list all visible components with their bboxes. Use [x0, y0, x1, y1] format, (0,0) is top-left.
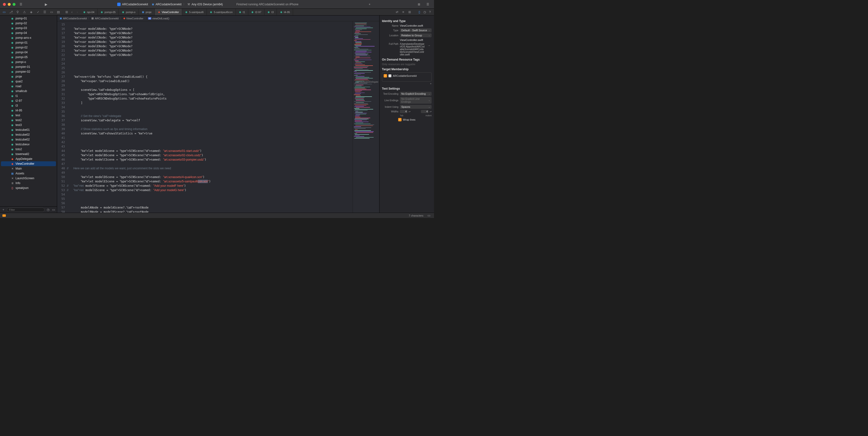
editor-tab[interactable]: ◉5-saintpaul6con: [207, 9, 236, 15]
add-file-button[interactable]: +: [1, 207, 5, 212]
navigator-item[interactable]: ◆AppDelegate: [0, 156, 57, 161]
add-editor-icon[interactable]: ⊞: [407, 9, 412, 15]
breakpoint-navigator-icon[interactable]: ▭: [49, 9, 54, 15]
editor-tab[interactable]: ◉t2-97: [248, 9, 265, 15]
navigator-item[interactable]: ◉pomp-04: [0, 31, 57, 35]
report-navigator-icon[interactable]: ▤: [56, 9, 61, 15]
editor-tab[interactable]: ◉t3: [265, 9, 277, 15]
editor-tab[interactable]: ◆ViewController: [155, 9, 182, 15]
navigator-item[interactable]: ✕LaunchScreen: [0, 176, 57, 181]
navigator-item[interactable]: ◉toto2: [0, 147, 57, 152]
navigator-item[interactable]: ◉testcube01: [0, 127, 57, 132]
source-control-icon[interactable]: ⎇: [8, 9, 13, 15]
navigator-item[interactable]: {}speakjson: [0, 186, 57, 190]
forward-button[interactable]: ›: [74, 9, 80, 15]
navigator-item[interactable]: ◉t2-97: [0, 98, 57, 103]
reveal-path-button[interactable]: →: [426, 43, 432, 48]
zoom-window-button[interactable]: [12, 3, 16, 6]
indent-width-stepper[interactable]: 4: [421, 110, 429, 113]
source-editor[interactable]: "kw">var modelANode: "type">SCNNode? "kw…: [67, 21, 352, 213]
navigator-item[interactable]: ◉testcubeuv: [0, 142, 57, 147]
navigator-item[interactable]: ◉pomp-03: [0, 26, 57, 31]
navigator-item[interactable]: ◉t1: [0, 93, 57, 98]
location-select[interactable]: Relative to Group⌄: [400, 33, 432, 37]
back-button[interactable]: ‹: [69, 9, 74, 15]
navigator-item[interactable]: ◉test2: [0, 118, 57, 123]
grid-icon[interactable]: ⊞: [64, 9, 69, 15]
editor-options-icon[interactable]: ≡: [401, 9, 406, 15]
navigator-item[interactable]: ◉proje: [0, 74, 57, 79]
editor-tab[interactable]: ◉npi-04: [80, 9, 98, 15]
file-inspector-icon[interactable]: ▯: [416, 9, 422, 15]
navigator-item[interactable]: ◉t3: [0, 103, 57, 108]
help-inspector-icon[interactable]: ?: [427, 9, 433, 15]
navigator-item[interactable]: ◉pompi-01: [0, 40, 57, 45]
navigator-item[interactable]: ◉pomp-arro-x: [0, 35, 57, 40]
jump-bar[interactable]: ▣ ARCodableScenekit 〉 ▦ ARCodableSceneki…: [57, 15, 379, 21]
history-inspector-icon[interactable]: ◷: [422, 9, 427, 15]
file-name-field[interactable]: ViewController.swift: [400, 24, 432, 27]
navigator-item[interactable]: ◉pomp-02: [0, 21, 57, 26]
recent-filter-icon[interactable]: ◷: [46, 207, 50, 212]
editor-tab[interactable]: ◉pompi-o: [119, 9, 138, 15]
run-button[interactable]: ▶: [42, 1, 50, 7]
navigator-item[interactable]: ◉road: [0, 84, 57, 89]
project-navigator-icon[interactable]: ▭: [1, 9, 7, 15]
lineendings-select[interactable]: No Explicit Line Endings⌄: [400, 97, 432, 104]
navigator-item[interactable]: ◉pompier-02: [0, 69, 57, 74]
navigator-item[interactable]: ◉testcube02: [0, 132, 57, 137]
navigator-item[interactable]: ◉testcube02: [0, 137, 57, 142]
debug-navigator-icon[interactable]: ☰: [42, 9, 48, 15]
library-button[interactable]: ⊞: [415, 1, 423, 7]
navigator-item[interactable]: ◉smallcub: [0, 89, 57, 93]
navigator-filter-input[interactable]: [7, 208, 44, 212]
add-button[interactable]: +: [366, 1, 373, 7]
navigator-item[interactable]: ◉quai2: [0, 79, 57, 84]
test-navigator-icon[interactable]: ✓: [35, 9, 41, 15]
editor-tab[interactable]: ◉5-saintpaul6: [182, 9, 207, 15]
indent-select[interactable]: Spaces⌄: [400, 105, 432, 109]
scheme-selector[interactable]: ARCodableScenekit: [117, 3, 148, 6]
editor-tab[interactable]: ▣proje: [138, 9, 155, 15]
editor-tab[interactable]: ◉t1: [236, 9, 248, 15]
line-gutter[interactable]: 15 16 17 18 19 20 21 22 23 24 25 26 27 2…: [57, 21, 67, 213]
navigator-item[interactable]: ◆ViewController: [1, 161, 56, 166]
navigator-item[interactable]: ◉pompier-01: [0, 64, 57, 69]
minimize-window-button[interactable]: [8, 3, 11, 6]
navigator-item[interactable]: ◉towerwall2: [0, 152, 57, 156]
breadcrumb-group[interactable]: ARCodableScenekit: [95, 17, 118, 20]
add-target-button[interactable]: +: [382, 82, 432, 85]
navigator-item[interactable]: ▦Assets: [0, 171, 57, 176]
issue-navigator-icon[interactable]: ◈: [29, 9, 34, 15]
toggle-debug-area-button[interactable]: ▭: [426, 213, 432, 218]
close-window-button[interactable]: [3, 3, 6, 6]
navigator-item[interactable]: ◉test3: [0, 123, 57, 127]
navigator-item[interactable]: ◉pomp-01: [0, 16, 57, 21]
editor-tab[interactable]: ◉pompi-05: [98, 9, 119, 15]
breadcrumb-file[interactable]: ViewController: [126, 17, 144, 20]
wrap-lines-checkbox[interactable]: ✓: [398, 118, 402, 121]
navigator-item[interactable]: ◉pompi-02: [0, 45, 57, 50]
scheme-menu[interactable]: ▣ ARCodableScenekit 〉 ⚒ Any iOS Device (…: [152, 2, 223, 6]
scm-filter-icon[interactable]: ▭: [52, 207, 56, 212]
stepper-icon[interactable]: ▴▾: [430, 111, 432, 113]
tab-width-stepper[interactable]: 4: [400, 110, 408, 113]
toggle-navigator-button[interactable]: ☰: [18, 1, 24, 7]
navigator-item[interactable]: ◉pompi-o: [0, 60, 57, 64]
find-navigator-icon[interactable]: ⚠: [22, 9, 27, 15]
encoding-select[interactable]: No Explicit Encoding⌄: [400, 92, 432, 96]
breadcrumb-project[interactable]: ARCodableScenekit: [63, 17, 87, 20]
stepper-icon[interactable]: ▴▾: [409, 111, 410, 113]
toggle-inspector-button[interactable]: ☰: [424, 1, 431, 7]
file-type-select[interactable]: Default - Swift Source⌄: [400, 28, 432, 32]
navigator-item[interactable]: ≣Info: [0, 181, 57, 186]
minimap[interactable]: ARSCNViewDelegate: [352, 21, 379, 213]
navigator-item[interactable]: ◉pompi-04: [0, 50, 57, 55]
adjust-editor-icon[interactable]: ⇄: [394, 9, 400, 15]
navigator-item[interactable]: ◉t4-95: [0, 108, 57, 113]
editor-tab[interactable]: ◉t4-95: [277, 9, 293, 15]
target-checkbox[interactable]: ✓: [383, 74, 387, 77]
navigator-item[interactable]: ◉pompi-05: [0, 55, 57, 60]
navigator-item[interactable]: ✕Main: [0, 166, 57, 171]
navigator-item[interactable]: ◉test: [0, 113, 57, 118]
